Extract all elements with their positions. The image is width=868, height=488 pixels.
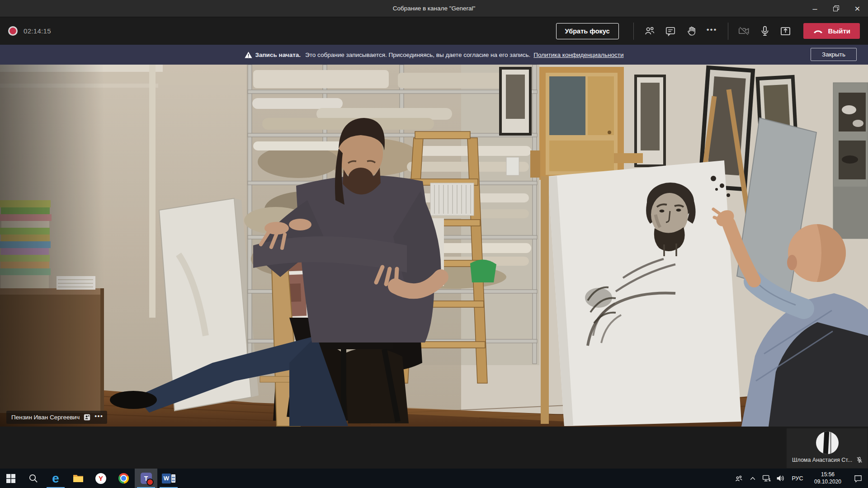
start-button[interactable]	[0, 469, 22, 488]
chevron-up-icon	[749, 475, 756, 482]
self-avatar	[816, 432, 839, 454]
participant-more-button[interactable]: •••	[94, 413, 103, 422]
window-title: Собрание в канале "General"	[0, 5, 868, 12]
more-options-icon: •••	[707, 25, 717, 37]
taskbar-chrome-button[interactable]	[112, 469, 135, 488]
camera-off-icon	[738, 25, 750, 37]
divider	[633, 23, 634, 40]
bottom-strip: Шлома Анастасия Ст...	[0, 427, 868, 469]
teams-icon: T	[141, 473, 152, 484]
taskbar-explorer-button[interactable]	[67, 469, 90, 488]
mic-muted-icon	[856, 456, 863, 464]
restore-icon	[833, 5, 839, 11]
warning-icon	[245, 52, 252, 58]
share-screen-button[interactable]	[775, 21, 796, 42]
spotlight-icon	[84, 414, 90, 421]
taskbar-edge-button[interactable]: e	[44, 469, 67, 488]
privacy-policy-link[interactable]: Политика конфиденциальности	[533, 52, 623, 58]
language-indicator[interactable]: РУС	[788, 469, 807, 488]
edge-icon: e	[52, 472, 59, 485]
more-options-button[interactable]: •••	[702, 21, 722, 42]
search-icon	[28, 473, 38, 483]
call-control-bar: 02:14:15 Убрать фокус	[0, 17, 868, 45]
studio-video-frame	[0, 65, 868, 427]
meeting-timer: 02:14:15	[24, 27, 51, 35]
banner-close-button[interactable]: Закрыть	[811, 48, 857, 61]
title-bar: Собрание в канале "General" – ×	[0, 0, 868, 17]
mic-icon	[759, 25, 771, 37]
leave-button[interactable]: Выйти	[803, 23, 860, 39]
recording-dot-icon	[8, 26, 18, 36]
restore-button[interactable]	[826, 0, 847, 17]
window-controls: – ×	[804, 0, 868, 17]
chat-icon	[665, 25, 676, 37]
participants-button[interactable]	[639, 21, 660, 42]
file-explorer-icon	[73, 474, 84, 483]
taskbar-word-button[interactable]: W	[157, 469, 180, 488]
close-button[interactable]: ×	[847, 0, 868, 17]
banner-message: Это собрание записывается. Присоединяясь…	[305, 52, 530, 58]
participant-name-label: Пензин Иван Сергеевич •••	[6, 411, 107, 424]
tray-people-button[interactable]	[731, 469, 745, 488]
banner-title: Запись начата.	[255, 52, 301, 58]
self-view-name: Шлома Анастасия Ст...	[792, 457, 852, 463]
minimize-icon: –	[812, 5, 817, 13]
windows-taskbar: e Y T W	[0, 469, 868, 488]
camera-toggle-button[interactable]	[734, 21, 755, 42]
recording-indicator: 02:14:15	[8, 26, 51, 36]
divider	[728, 23, 728, 40]
hangup-icon	[813, 28, 823, 33]
action-center-button[interactable]	[848, 469, 868, 488]
share-screen-icon	[779, 25, 792, 37]
taskbar-yandex-button[interactable]: Y	[90, 469, 112, 488]
word-icon: W	[162, 474, 175, 483]
teams-recording-badge	[146, 479, 154, 486]
network-icon	[762, 474, 771, 483]
tray-volume-button[interactable]	[774, 469, 788, 488]
leave-button-label: Выйти	[828, 27, 850, 35]
tray-overflow-button[interactable]	[745, 469, 760, 488]
self-view-tile[interactable]: Шлома Анастасия Ст...	[787, 428, 868, 468]
raise-hand-button[interactable]	[681, 21, 702, 42]
raise-hand-icon	[685, 25, 697, 37]
remove-focus-button[interactable]: Убрать фокус	[556, 23, 619, 39]
tray-people-icon	[734, 474, 743, 483]
tray-time: 15:56	[807, 471, 848, 479]
mic-toggle-button[interactable]	[755, 21, 775, 42]
participants-icon	[644, 25, 656, 37]
main-video-tile[interactable]: Пензин Иван Сергеевич •••	[0, 65, 868, 427]
taskbar-search-button[interactable]	[22, 469, 44, 488]
teams-meeting-window: Собрание в канале "General" – × 02:14:15…	[0, 0, 868, 488]
windows-logo-icon	[6, 474, 15, 483]
recording-banner: Запись начата. Это собрание записывается…	[0, 45, 868, 65]
tray-date: 09.10.2020	[807, 479, 848, 486]
minimize-button[interactable]: –	[804, 0, 826, 17]
participant-name: Пензин Иван Сергеевич	[11, 414, 80, 421]
tray-network-button[interactable]	[760, 469, 774, 488]
chat-button[interactable]	[660, 21, 681, 42]
speaker-icon	[776, 474, 785, 483]
taskbar-teams-button[interactable]: T	[135, 469, 157, 488]
tray-clock[interactable]: 15:56 09.10.2020	[807, 471, 848, 485]
yandex-browser-icon: Y	[95, 473, 106, 484]
chrome-icon	[118, 473, 129, 483]
close-icon: ×	[854, 4, 860, 13]
system-tray: РУС 15:56 09.10.2020	[731, 469, 868, 488]
action-center-icon	[854, 474, 863, 483]
